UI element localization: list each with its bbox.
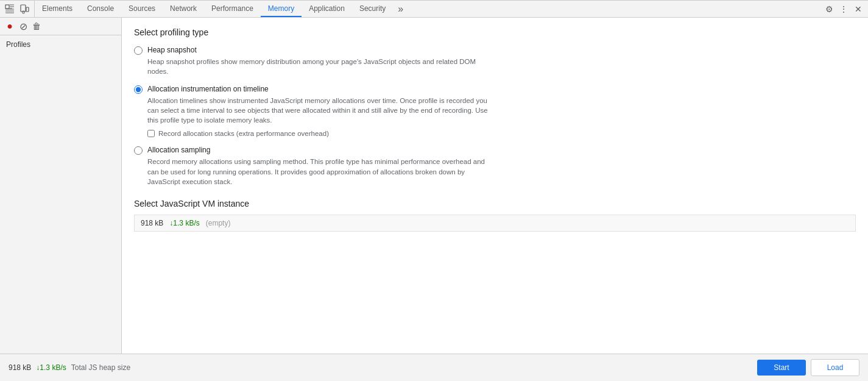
svg-rect-1 xyxy=(21,5,26,12)
close-devtools-icon[interactable]: ✕ xyxy=(852,3,864,15)
record-stacks-label: Record allocation stacks (extra performa… xyxy=(158,130,329,137)
vm-instance-row[interactable]: 918 kB ↓1.3 kB/s (empty) xyxy=(134,215,856,232)
allocation-timeline-label: Allocation instrumentation on timeline xyxy=(147,85,489,93)
tab-console[interactable]: Console xyxy=(80,1,121,17)
inspect-icon[interactable] xyxy=(4,3,16,15)
profiles-label: Profiles xyxy=(0,35,121,54)
allocation-timeline-radio[interactable] xyxy=(134,85,143,94)
heap-snapshot-content: Heap snapshot Heap snapshot profiles sho… xyxy=(147,46,489,76)
sidebar-content: Profiles xyxy=(0,35,121,354)
profiling-type-title: Select profiling type xyxy=(134,27,856,37)
load-button[interactable]: Load xyxy=(811,359,859,376)
record-stacks-checkbox[interactable] xyxy=(147,130,155,137)
vm-rate: ↓1.3 kB/s xyxy=(169,219,199,227)
devtools-bottom-bar: 918 kB ↓1.3 kB/s Total JS heap size Star… xyxy=(0,354,868,381)
heap-snapshot-option: Heap snapshot Heap snapshot profiles sho… xyxy=(134,46,856,76)
allocation-timeline-option: Allocation instrumentation on timeline A… xyxy=(134,85,856,137)
devtools-panel: Elements Console Sources Network Perform… xyxy=(0,0,868,381)
allocation-timeline-desc: Allocation timelines show instrumented J… xyxy=(147,96,489,125)
more-tabs-icon[interactable]: » xyxy=(393,1,408,17)
allocation-sampling-content: Allocation sampling Record memory alloca… xyxy=(147,146,489,186)
toolbar-icons-right: ⚙ ⋮ ✕ xyxy=(819,1,868,17)
devtools-main: Select profiling type Heap snapshot Heap… xyxy=(122,18,868,354)
heap-snapshot-label: Heap snapshot xyxy=(147,46,489,54)
allocation-sampling-label: Allocation sampling xyxy=(147,146,489,154)
tab-application[interactable]: Application xyxy=(302,1,352,17)
devtools-body: ● ⊘ 🗑 Profiles Select profiling type Hea… xyxy=(0,18,868,354)
allocation-timeline-content: Allocation instrumentation on timeline A… xyxy=(147,85,489,137)
tab-memory[interactable]: Memory xyxy=(261,1,302,17)
settings-icon[interactable]: ⚙ xyxy=(823,3,835,15)
device-toggle-icon[interactable] xyxy=(18,3,30,15)
allocation-sampling-option: Allocation sampling Record memory alloca… xyxy=(134,146,856,186)
record-icon[interactable]: ● xyxy=(5,21,15,31)
vm-instance-title: Select JavaScript VM instance xyxy=(134,199,856,208)
heap-snapshot-radio[interactable] xyxy=(134,46,143,55)
devtools-toolbar: Elements Console Sources Network Perform… xyxy=(0,1,868,18)
vm-status: (empty) xyxy=(206,219,231,227)
record-stacks-row: Record allocation stacks (extra performa… xyxy=(147,130,489,137)
sidebar-controls: ● ⊘ 🗑 xyxy=(0,18,121,35)
tab-performance[interactable]: Performance xyxy=(204,1,261,17)
heap-snapshot-desc: Heap snapshot profiles show memory distr… xyxy=(147,57,489,76)
tab-network[interactable]: Network xyxy=(163,1,204,17)
more-options-icon[interactable]: ⋮ xyxy=(838,3,850,15)
svg-rect-3 xyxy=(26,7,29,12)
tab-sources[interactable]: Sources xyxy=(121,1,163,17)
vm-size: 918 kB xyxy=(141,219,163,227)
devtools-tabs: Elements Console Sources Network Perform… xyxy=(35,1,819,17)
bottom-stats: 918 kB ↓1.3 kB/s Total JS heap size xyxy=(9,363,752,372)
stop-icon[interactable]: ⊘ xyxy=(18,21,28,31)
allocation-sampling-desc: Record memory allocations using sampling… xyxy=(147,157,489,186)
allocation-sampling-radio[interactable] xyxy=(134,146,143,155)
bottom-rate: ↓1.3 kB/s xyxy=(36,363,66,372)
clear-profiles-icon[interactable]: 🗑 xyxy=(32,21,41,31)
devtools-sidebar: ● ⊘ 🗑 Profiles xyxy=(0,18,122,354)
tab-security[interactable]: Security xyxy=(352,1,393,17)
start-button[interactable]: Start xyxy=(757,360,806,376)
svg-rect-0 xyxy=(5,5,9,9)
bottom-heap-size: 918 kB xyxy=(9,363,31,372)
toolbar-icons-left xyxy=(0,1,35,17)
bottom-heap-label: Total JS heap size xyxy=(71,363,130,372)
tab-elements[interactable]: Elements xyxy=(35,1,80,17)
